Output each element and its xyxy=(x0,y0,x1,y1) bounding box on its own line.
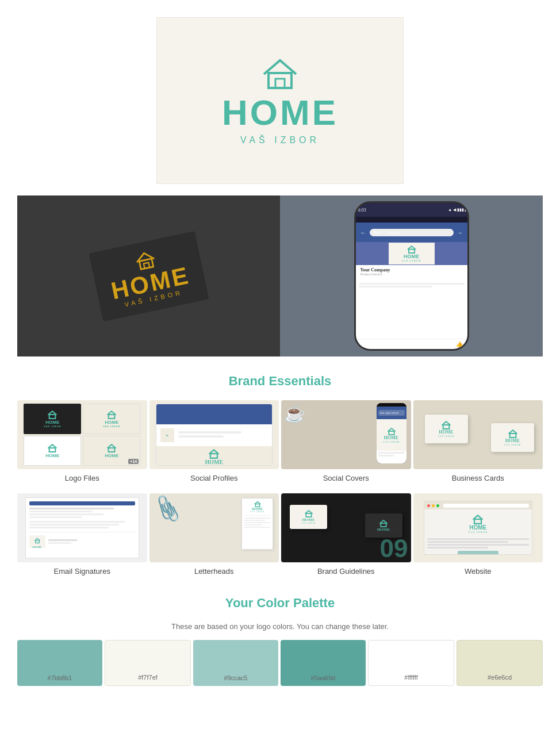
house-icon-teal xyxy=(259,56,301,90)
grid-item-email-signatures[interactable]: HOME Email Signatures xyxy=(17,493,147,584)
grid-item-social-covers[interactable]: ☕ WE ARE OPEN HOME VAŠ IZBOR xyxy=(281,400,411,491)
grid-item-social-profiles[interactable]: H HOME VAŠ IZBOR xyxy=(149,400,279,491)
grid-item-logo-files[interactable]: HOME VAŠ IZBOR HOME VAŠ IZBOR xyxy=(17,400,147,491)
letterheads-thumb: 📎 📎 HOME VAŠ IZBOR xyxy=(149,493,279,562)
social-profiles-label: Social Profiles xyxy=(190,474,237,482)
logo-home-text: HOME xyxy=(222,95,338,131)
svg-rect-1 xyxy=(275,79,285,88)
maximize-dot xyxy=(436,504,439,507)
phone-notch xyxy=(356,217,467,223)
brand-items-grid: HOME VAŠ IZBOR HOME VAŠ IZBOR xyxy=(17,400,543,584)
website-logo: HOME VAŠ IZBOR xyxy=(461,512,495,535)
logo-tagline: VAŠ IZBOR xyxy=(240,135,320,145)
website-content: HOME VAŠ IZBOR xyxy=(424,509,532,555)
fb-actions: 👍 xyxy=(356,339,467,349)
grid-item-business-cards[interactable]: HOME VAŠ IZBOR HOME VAŠ IZBOR Business C… xyxy=(413,400,543,491)
website-thumb: HOME VAŠ IZBOR xyxy=(413,493,543,562)
website-content-lines xyxy=(427,538,529,555)
email-signatures-label: Email Signatures xyxy=(54,567,110,576)
cta-button xyxy=(458,551,498,555)
business-cards-thumb: HOME VAŠ IZBOR HOME VAŠ IZBOR xyxy=(413,400,543,469)
logo-variant-white: HOME xyxy=(24,436,81,466)
svg-rect-10 xyxy=(389,431,394,435)
social-profiles-thumb: H HOME VAŠ IZBOR xyxy=(149,400,279,469)
svg-rect-11 xyxy=(443,425,450,429)
svg-rect-13 xyxy=(35,540,39,543)
business-cards-label: Business Cards xyxy=(452,474,504,482)
social-covers-label: Social Covers xyxy=(323,474,369,482)
grid-item-letterheads[interactable]: 📎 📎 HOME VAŠ IZBOR xyxy=(149,493,279,584)
website-label: Website xyxy=(465,567,492,576)
phone-status-bar: 10:03 ▲ ◀ ▮▮▮ ▮ xyxy=(356,203,467,217)
color-hex-4: #5aa69d xyxy=(311,674,336,681)
fb-search: Your Company xyxy=(370,229,454,236)
coffee-cup-icon: ☕ xyxy=(284,403,305,423)
logo-files-grid: HOME VAŠ IZBOR HOME VAŠ IZBOR xyxy=(24,404,140,466)
color-palette-title: Your Color Palette xyxy=(17,596,543,611)
brand-guidelines-thumb: HOME VAŠ IZBOR HOME 09 xyxy=(281,493,411,562)
svg-rect-15 xyxy=(306,513,311,517)
guideline-card-1: HOME VAŠ IZBOR xyxy=(290,505,327,529)
url-bar xyxy=(443,504,529,508)
logo-files-label: Logo Files xyxy=(65,474,99,482)
color-palette-subtitle: These are based on your logo colors. You… xyxy=(17,622,543,631)
plus-badge: +14 xyxy=(128,459,139,464)
website-preview: HOME VAŠ IZBOR xyxy=(424,501,532,555)
sp-avatar: H xyxy=(159,427,175,443)
mockup-row: HOME VAŠ IZBOR 10:03 ▲ ◀ ▮▮▮ ▮ ← Your Co… xyxy=(17,195,543,356)
social-covers-thumb: ☕ WE ARE OPEN HOME VAŠ IZBOR xyxy=(281,400,411,469)
business-card-1: HOME VAŠ IZBOR xyxy=(425,415,468,443)
color-hex-5: #ffffff xyxy=(404,674,417,681)
grid-item-brand-guidelines[interactable]: HOME VAŠ IZBOR HOME 09 Brand Guidelines xyxy=(281,493,411,584)
logo-hero: HOME VAŠ IZBOR xyxy=(0,0,560,195)
logo-files-thumb: HOME VAŠ IZBOR HOME VAŠ IZBOR xyxy=(17,400,147,469)
cover-logo: HOME VAŠ IZBOR xyxy=(389,243,435,264)
svg-rect-4 xyxy=(409,250,415,254)
email-sig-area: HOME xyxy=(29,532,135,548)
svg-rect-12 xyxy=(509,434,516,438)
business-card-mockup: HOME VAŠ IZBOR xyxy=(17,195,280,356)
grid-item-website[interactable]: HOME VAŠ IZBOR Website xyxy=(413,493,543,584)
color-swatch-1[interactable]: #7bb8b1 xyxy=(17,640,102,686)
color-swatch-5[interactable]: #ffffff xyxy=(368,640,454,686)
svg-rect-3 xyxy=(143,262,149,268)
phone-social-mockup: 10:03 ▲ ◀ ▮▮▮ ▮ ← Your Company → xyxy=(280,195,543,356)
svg-rect-16 xyxy=(381,523,386,527)
mobile-social-preview: WE ARE OPEN HOME VAŠ IZBOR xyxy=(377,403,406,463)
browser-top-bar xyxy=(424,501,532,509)
color-palette-section: Your Color Palette These are based on yo… xyxy=(17,596,543,686)
sp-cover: HOME VAŠ IZBOR xyxy=(156,446,272,466)
color-swatch-2[interactable]: #f7f7ef xyxy=(105,640,191,686)
color-swatch-4[interactable]: #5aa69d xyxy=(281,640,366,686)
company-bar: Your Company Product/Service xyxy=(356,265,467,281)
logo-variant-dark: HOME VAŠ IZBOR xyxy=(24,404,81,434)
color-hex-1: #7bb8b1 xyxy=(48,674,72,681)
logo-variant-light: HOME VAŠ IZBOR xyxy=(83,404,140,434)
color-hex-2: #f7f7ef xyxy=(138,674,158,681)
brand-essentials-section: Brand Essentials HOME VAŠ IZBOR xyxy=(0,374,560,584)
svg-rect-9 xyxy=(210,454,217,458)
minimize-dot xyxy=(432,504,435,507)
color-swatches: #7bb8b1 #f7f7ef #9ccac5 #5aa69d #ffffff … xyxy=(17,640,543,686)
svg-rect-8 xyxy=(109,448,115,452)
svg-rect-5 xyxy=(49,415,56,419)
logo-variant-plus: HOME +14 xyxy=(83,436,140,466)
svg-rect-7 xyxy=(49,448,56,452)
svg-rect-17 xyxy=(474,519,481,524)
sp-lines xyxy=(178,431,269,439)
color-swatch-3[interactable]: #9ccac5 xyxy=(193,640,278,686)
logo-card: HOME VAŠ IZBOR xyxy=(156,17,404,184)
brand-guidelines-label: Brand Guidelines xyxy=(317,567,375,576)
email-signatures-thumb: HOME xyxy=(17,493,147,562)
fb-feed xyxy=(356,281,467,339)
fb-cover: HOME VAŠ IZBOR xyxy=(356,242,467,265)
email-preview: HOME xyxy=(25,497,139,558)
svg-rect-14 xyxy=(255,504,259,507)
sig-text-lines xyxy=(48,539,77,544)
svg-rect-6 xyxy=(109,415,115,419)
color-swatch-6[interactable]: #e6e6cd xyxy=(457,640,543,686)
social-profiles-preview: H HOME VAŠ IZBOR xyxy=(156,404,273,466)
close-dot xyxy=(427,504,430,507)
svg-rect-0 xyxy=(269,73,291,88)
color-hex-3: #9ccac5 xyxy=(224,674,248,681)
